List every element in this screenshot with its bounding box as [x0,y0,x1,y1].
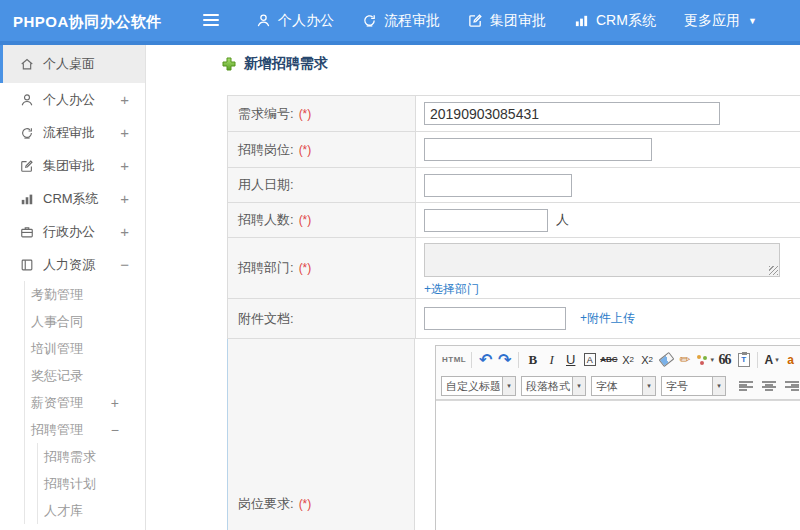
undo-icon[interactable]: ↶ [477,349,494,370]
sidebar-item-recruit-mgmt[interactable]: 招聘管理 − [0,416,145,443]
sidebar-item-training-mgmt[interactable]: 培训管理 [0,335,145,362]
align-left-icon[interactable] [739,380,753,392]
background-color-button[interactable]: a [782,349,799,370]
paragraph-format-select[interactable]: 段落格式 ▾ [521,376,586,396]
font-style-button[interactable]: A [584,353,596,366]
sidebar-item-personal-desktop[interactable]: 个人桌面 [0,45,145,83]
redo-icon[interactable]: ↷ [496,349,513,370]
top-navbar: PHPOA协同办公软件 个人办公 流程审批 集团审批 CRM系统 [0,0,800,45]
app-logo: PHPOA协同办公软件 [0,13,162,32]
sidebar-item-salary-mgmt[interactable]: 薪资管理 + [0,389,145,416]
headcount-input[interactable] [424,209,548,232]
field-label: 招聘岗位: (*) [228,132,416,167]
hr-submenu: 考勤管理 人事合同 培训管理 奖惩记录 薪资管理 + 招聘管理 − 招聘需求 招… [0,281,145,524]
edit-icon [20,159,43,173]
bold-button[interactable]: B [524,349,541,370]
field-label: 用人日期: [228,168,416,202]
hire-date-input[interactable] [424,174,572,197]
sidebar-item-personal-office[interactable]: 个人办公 + [0,83,145,116]
recruitment-form: 需求编号: (*) 招聘岗位: (*) 用人日期: [227,95,800,530]
expand-plus-icon[interactable]: + [120,124,129,141]
add-plus-icon [222,57,236,71]
italic-button[interactable]: I [543,349,560,370]
sidebar-item-recruit-demand[interactable]: 招聘需求 [0,443,145,470]
sidebar-item-admin-office[interactable]: 行政办公 + [0,215,145,248]
subscript-button[interactable]: X2 [639,349,656,370]
caret-down-icon: ▾ [712,377,725,395]
page-title-bar: 新增招聘需求 [222,55,328,73]
font-size-select[interactable]: 字号 ▾ [661,376,726,396]
eraser-icon [658,352,674,367]
demand-number-input[interactable] [424,102,720,125]
user-icon [256,13,271,28]
nav-item-crm-system[interactable]: CRM系统 [560,12,670,30]
clipboard-icon: T [738,353,750,367]
superscript-button[interactable]: X2 [620,349,637,370]
sidebar-item-talent-pool[interactable]: 人才库 [0,497,145,524]
nav-item-personal-office[interactable]: 个人办公 [242,12,348,30]
form-row-job-requirements: 岗位要求: (*) HTML ↶ ↷ B I U A ABC [228,339,800,530]
editor-toolbar-row1: HTML ↶ ↷ B I U A ABC X2 X2 ✏ [436,346,800,373]
html-source-button[interactable]: HTML [442,349,466,370]
expand-plus-icon[interactable]: + [120,91,129,108]
position-input[interactable] [424,138,652,161]
workflow-icon [20,126,43,140]
field-label: 招聘人数: (*) [228,203,416,237]
sidebar-item-attendance-mgmt[interactable]: 考勤管理 [0,281,145,308]
custom-heading-select[interactable]: 自定义标题 ▾ [441,376,516,396]
align-center-icon[interactable] [762,380,776,392]
field-label: 附件文档: [228,299,416,338]
form-row-attachment: 附件文档: +附件上传 [228,299,800,339]
collapse-minus-icon[interactable]: − [111,422,119,438]
hr-book-icon [20,258,43,272]
unit-label: 人 [556,211,569,229]
caret-down-icon: ▾ [775,356,779,364]
select-department-link[interactable]: +选择部门 [424,281,479,298]
page-title: 新增招聘需求 [244,55,328,73]
editor-content-area[interactable] [436,400,800,530]
underline-button[interactable]: U [562,349,579,370]
expand-plus-icon[interactable]: + [120,157,129,174]
sidebar-item-workflow-approval[interactable]: 流程审批 + [0,116,145,149]
caret-down-icon: ▾ [572,377,585,395]
paste-as-text-button[interactable]: T [735,349,752,370]
form-row-demand-number: 需求编号: (*) [228,96,800,132]
expand-plus-icon[interactable]: + [111,395,119,411]
nav-item-workflow-approval[interactable]: 流程审批 [348,12,454,30]
align-right-icon[interactable] [785,380,799,392]
caret-down-icon: ▾ [502,377,515,395]
remove-format-button[interactable] [658,349,675,370]
department-textarea[interactable] [424,243,780,277]
form-row-position: 招聘岗位: (*) [228,132,800,168]
home-icon [20,57,43,71]
field-label: 需求编号: (*) [228,96,416,131]
nav-item-group-approval[interactable]: 集团审批 [454,12,560,30]
collapse-minus-icon[interactable]: − [120,256,129,273]
emoticon-palette-button[interactable]: ▾ [696,349,715,370]
expand-plus-icon[interactable]: + [120,223,129,240]
sidebar-item-group-approval[interactable]: 集团审批 + [0,149,145,182]
font-color-button[interactable]: A▾ [763,349,780,370]
sidebar-item-recruit-plan[interactable]: 招聘计划 [0,470,145,497]
alignment-buttons [739,380,800,392]
form-row-headcount: 招聘人数: (*) 人 [228,203,800,238]
attachment-input[interactable] [424,307,566,330]
sidebar-item-reward-punish[interactable]: 奖惩记录 [0,362,145,389]
blockquote-button[interactable]: 66 [716,349,733,370]
sidebar-item-human-resources[interactable]: 人力资源 − [0,248,145,281]
sidebar-item-hr-contract[interactable]: 人事合同 [0,308,145,335]
font-family-select[interactable]: 字体 ▾ [591,376,656,396]
expand-plus-icon[interactable]: + [120,190,129,207]
sidebar-item-crm-system[interactable]: CRM系统 + [0,182,145,215]
required-mark: (*) [299,261,312,275]
edit-icon [468,13,483,28]
attachment-upload-link[interactable]: +附件上传 [580,310,635,327]
recruit-submenu: 招聘需求 招聘计划 人才库 [0,443,145,524]
format-painter-icon[interactable]: ✏ [677,349,694,370]
rich-text-editor: HTML ↶ ↷ B I U A ABC X2 X2 ✏ [435,345,800,530]
nav-item-more-apps[interactable]: 更多应用 ▼ [670,12,771,30]
form-row-department: 招聘部门: (*) +选择部门 [228,238,800,299]
menu-toggle-icon[interactable] [203,14,219,28]
strikethrough-button[interactable]: ABC [600,349,617,370]
sidebar: 个人桌面 个人办公 + 流程审批 + 集团审批 + CRM系统 + 行政办公 + [0,45,146,530]
